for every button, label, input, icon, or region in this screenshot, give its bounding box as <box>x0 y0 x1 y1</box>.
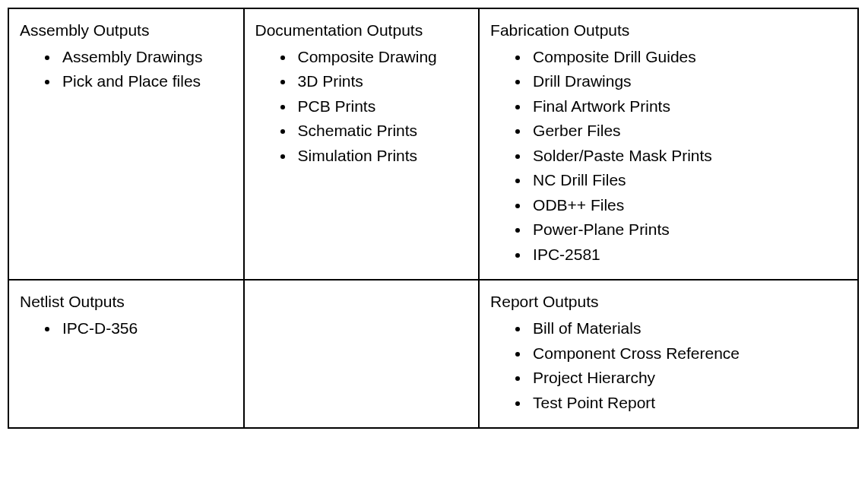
outputs-row-2: Netlist Outputs IPC-D-356 Report Outputs… <box>8 280 858 428</box>
assembly-outputs-heading: Assembly Outputs <box>20 18 233 43</box>
report-outputs-list: Bill of MaterialsComponent Cross Referen… <box>490 316 847 415</box>
list-item: Solder/Paste Mask Prints <box>530 144 847 169</box>
fabrication-outputs-heading: Fabrication Outputs <box>490 18 847 43</box>
list-item: Power-Plane Prints <box>530 217 847 242</box>
cell-empty <box>244 280 480 428</box>
cell-report-outputs: Report Outputs Bill of MaterialsComponen… <box>479 280 858 428</box>
list-item: PCB Prints <box>295 94 468 119</box>
list-item: Project Hierarchy <box>530 366 847 391</box>
report-outputs-heading: Report Outputs <box>490 290 847 315</box>
netlist-outputs-list: IPC-D-356 <box>20 316 233 341</box>
assembly-outputs-list: Assembly DrawingsPick and Place files <box>20 45 233 94</box>
list-item: NC Drill Files <box>530 168 847 193</box>
list-item: IPC-D-356 <box>59 316 233 341</box>
documentation-outputs-heading: Documentation Outputs <box>255 18 468 43</box>
list-item: Component Cross Reference <box>530 341 847 366</box>
list-item: Pick and Place files <box>59 69 233 94</box>
list-item: Composite Drill Guides <box>530 45 847 70</box>
list-item: Drill Drawings <box>530 69 847 94</box>
fabrication-outputs-list: Composite Drill GuidesDrill DrawingsFina… <box>490 45 847 268</box>
list-item: Bill of Materials <box>530 316 847 341</box>
list-item: 3D Prints <box>295 69 468 94</box>
netlist-outputs-heading: Netlist Outputs <box>20 290 233 315</box>
cell-fabrication-outputs: Fabrication Outputs Composite Drill Guid… <box>479 8 858 280</box>
list-item: Simulation Prints <box>295 144 468 169</box>
cell-netlist-outputs: Netlist Outputs IPC-D-356 <box>8 280 244 428</box>
list-item: IPC-2581 <box>530 242 847 268</box>
list-item: Schematic Prints <box>295 119 468 144</box>
list-item: Test Point Report <box>530 391 847 416</box>
outputs-table: Assembly Outputs Assembly DrawingsPick a… <box>8 8 859 429</box>
list-item: Composite Drawing <box>295 45 468 70</box>
cell-assembly-outputs: Assembly Outputs Assembly DrawingsPick a… <box>8 8 244 280</box>
cell-documentation-outputs: Documentation Outputs Composite Drawing3… <box>244 8 480 280</box>
outputs-row-1: Assembly Outputs Assembly DrawingsPick a… <box>8 8 858 280</box>
documentation-outputs-list: Composite Drawing3D PrintsPCB PrintsSche… <box>255 45 468 169</box>
list-item: Gerber Files <box>530 119 847 144</box>
list-item: Final Artwork Prints <box>530 94 847 119</box>
list-item: ODB++ Files <box>530 193 847 218</box>
list-item: Assembly Drawings <box>59 45 233 70</box>
